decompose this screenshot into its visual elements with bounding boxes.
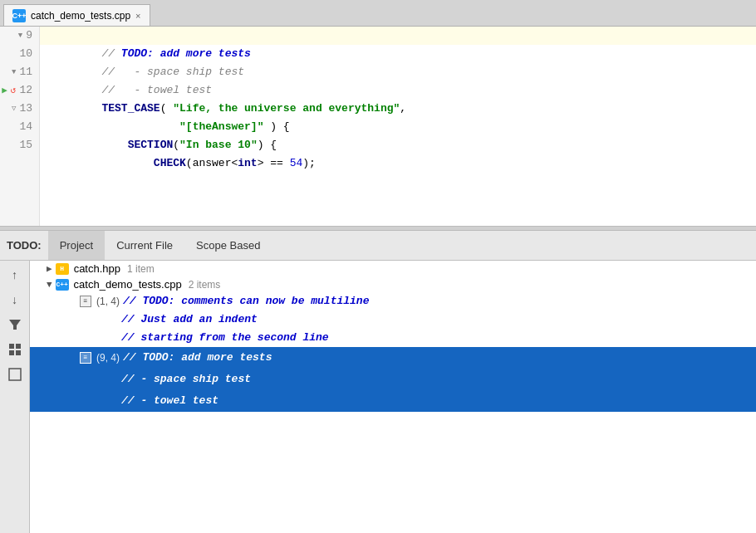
tab-current-file[interactable]: Current File bbox=[105, 231, 184, 260]
group-button[interactable] bbox=[6, 340, 24, 359]
tab-close-button[interactable]: × bbox=[135, 11, 140, 21]
line-num-15: 15 bbox=[0, 136, 39, 154]
line-num-9: ▼ 9 bbox=[0, 27, 39, 45]
preview-button[interactable] bbox=[6, 365, 24, 384]
code-editor: ▼ 9 10 ▼ 11 ▶ ↺ 12 ▽ 13 14 1 bbox=[0, 27, 756, 226]
todo-text-1-4-line2: // Just add an indent bbox=[121, 313, 258, 325]
svg-rect-5 bbox=[9, 369, 21, 380]
line-num-13: ▽ 13 bbox=[0, 100, 39, 118]
code-line-9: // TODO: add more tests bbox=[40, 27, 756, 45]
todo-list[interactable]: ▶ H catch.hpp 1 item ▼ C++ catch_demo_te… bbox=[30, 261, 756, 533]
line-num-11: ▼ 11 bbox=[0, 63, 39, 81]
scroll-down-button[interactable]: ↓ bbox=[6, 291, 24, 309]
line-num-12: ▶ ↺ 12 bbox=[0, 81, 39, 100]
todo-header: TODO: Project Current File Scope Based bbox=[0, 231, 756, 261]
fold-icon-11[interactable]: ▼ bbox=[12, 63, 16, 81]
filter-button[interactable] bbox=[6, 315, 24, 334]
tab-filename: catch_demo_tests.cpp bbox=[31, 10, 130, 22]
tab-bar: C++ catch_demo_tests.cpp × bbox=[0, 0, 756, 27]
line-pos-9-4: (9, 4) bbox=[96, 347, 120, 369]
fold-icon-9[interactable]: ▼ bbox=[18, 27, 22, 45]
preview-icon bbox=[8, 368, 22, 381]
todo-panel: TODO: Project Current File Scope Based ↑… bbox=[0, 231, 756, 533]
svg-rect-1 bbox=[9, 344, 14, 349]
todo-text-9-4-line1: // TODO: add more tests bbox=[123, 347, 272, 369]
todo-text-1-4-line3: // starting from the second line bbox=[121, 331, 329, 344]
svg-rect-2 bbox=[16, 344, 21, 349]
filter-icon bbox=[8, 318, 22, 331]
doc-icon-9-4: ≡ bbox=[80, 352, 91, 364]
fold-icon-13[interactable]: ▽ bbox=[12, 100, 16, 118]
scroll-up-button[interactable]: ↑ bbox=[6, 266, 24, 284]
cpp-file-icon: C++ bbox=[12, 9, 26, 22]
tree-arrow-catch-demo[interactable]: ▼ bbox=[47, 280, 52, 290]
run-icon-12[interactable]: ▶ bbox=[2, 81, 7, 100]
editor-tab[interactable]: C++ catch_demo_tests.cpp × bbox=[3, 4, 150, 26]
cpp-file-icon-todo: C++ bbox=[56, 279, 69, 291]
rerun-icon-12[interactable]: ↺ bbox=[11, 81, 17, 100]
todo-label: TODO: bbox=[7, 239, 42, 252]
todo-content-area: ↑ ↓ bbox=[0, 261, 756, 533]
todo-toolbar: ↑ ↓ bbox=[0, 261, 30, 533]
group-icon bbox=[8, 343, 22, 356]
line-num-14: 14 bbox=[0, 118, 39, 136]
tab-project[interactable]: Project bbox=[48, 231, 105, 260]
todo-text-1-4-line1: // TODO: comments can now be multiline bbox=[123, 292, 369, 311]
doc-icon-1-4: ≡ bbox=[80, 296, 91, 307]
line-pos-1-4: (1, 4) bbox=[96, 292, 120, 311]
todo-entry-9-4[interactable]: ≡ (9, 4) // TODO: add more tests // - sp… bbox=[30, 347, 756, 412]
tab-scope-based[interactable]: Scope Based bbox=[184, 231, 272, 260]
catch-demo-count: 2 items bbox=[189, 279, 221, 291]
svg-rect-3 bbox=[9, 350, 14, 355]
h-file-icon: H bbox=[56, 263, 69, 275]
line-numbers: ▼ 9 10 ▼ 11 ▶ ↺ 12 ▽ 13 14 1 bbox=[0, 27, 40, 226]
catch-demo-filename: catch_demo_tests.cpp bbox=[74, 278, 182, 291]
code-content: // TODO: add more tests // - space ship … bbox=[40, 27, 756, 226]
todo-entry-1-4[interactable]: ≡ (1, 4) // TODO: comments can now be mu… bbox=[30, 292, 756, 347]
svg-marker-0 bbox=[9, 320, 21, 330]
line-num-10: 10 bbox=[0, 45, 39, 63]
catch-hpp-filename: catch.hpp bbox=[74, 262, 120, 275]
svg-rect-4 bbox=[16, 350, 21, 355]
list-item-catch-hpp[interactable]: ▶ H catch.hpp 1 item bbox=[30, 261, 756, 276]
tree-arrow-catch-hpp[interactable]: ▶ bbox=[47, 263, 52, 274]
catch-hpp-count: 1 item bbox=[127, 263, 155, 275]
todo-text-9-4-line2: // - space ship test bbox=[121, 373, 251, 385]
list-item-catch-demo-cpp[interactable]: ▼ C++ catch_demo_tests.cpp 2 items bbox=[30, 276, 756, 292]
todo-text-9-4-line3: // - towel test bbox=[121, 394, 218, 407]
